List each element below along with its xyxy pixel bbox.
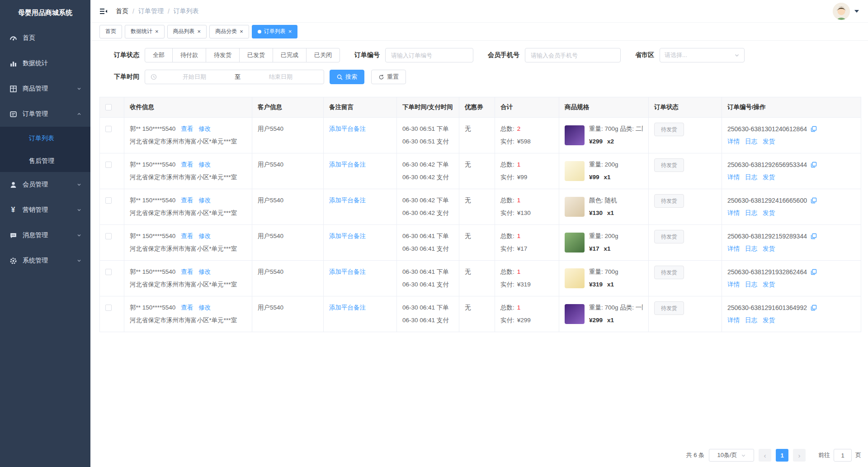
copy-icon[interactable] [811,197,817,204]
ship-link[interactable]: 发货 [763,138,775,145]
close-icon[interactable]: × [240,29,243,34]
row-checkbox[interactable] [105,305,112,311]
tab-product-list[interactable]: 商品列表 × [167,25,207,38]
sidebar-item-products[interactable]: 商品管理 [0,76,90,101]
sidebar-item-members[interactable]: 会员管理 [0,172,90,197]
copy-icon[interactable] [811,126,817,132]
start-date-input[interactable]: 开始日期 [157,73,232,81]
close-icon[interactable]: × [288,29,292,34]
view-link[interactable]: 查看 [181,161,193,168]
user-avatar[interactable] [833,3,850,20]
sidebar-item-home[interactable]: 首页 [0,25,90,51]
detail-link[interactable]: 详情 [727,138,740,145]
page-1-button[interactable]: 1 [776,449,788,462]
detail-link[interactable]: 详情 [727,245,740,252]
sidebar-item-label: 订单管理 [23,110,48,118]
end-date-input[interactable]: 结束日期 [243,73,318,81]
row-checkbox[interactable] [105,162,112,168]
detail-link[interactable]: 详情 [727,174,740,181]
view-link[interactable]: 查看 [181,197,193,204]
add-note-link[interactable]: 添加平台备注 [329,161,366,168]
search-button[interactable]: 搜索 [330,70,364,84]
page-size-select[interactable]: 10条/页 [709,449,754,462]
tab-statistics[interactable]: 数据统计 × [125,25,165,38]
detail-link[interactable]: 详情 [727,317,740,324]
sidebar-item-marketing[interactable]: ¥ 营销管理 [0,197,90,223]
view-link[interactable]: 查看 [181,304,193,311]
status-filter-shipped[interactable]: 已发货 [239,48,273,62]
row-checkbox[interactable] [105,126,112,132]
sidebar-item-order-list[interactable]: 订单列表 [0,127,90,149]
breadcrumb-order-management[interactable]: 订单管理 [138,7,164,15]
log-link[interactable]: 日志 [745,138,757,145]
copy-icon[interactable] [811,233,817,239]
row-checkbox[interactable] [105,269,112,275]
tab-order-list[interactable]: 订单列表 × [252,25,298,38]
view-link[interactable]: 查看 [181,125,193,132]
tab-home[interactable]: 首页 [99,25,122,38]
status-filter-all[interactable]: 全部 [145,48,173,62]
log-link[interactable]: 日志 [745,210,757,216]
ship-link[interactable]: 发货 [763,174,775,181]
sidebar-item-orders[interactable]: 订单管理 [0,101,90,127]
row-checkbox[interactable] [105,233,112,239]
detail-link[interactable]: 详情 [727,210,740,216]
edit-link[interactable]: 修改 [198,161,211,168]
order-no-input[interactable] [385,48,473,62]
log-link[interactable]: 日志 [745,174,757,181]
pay-time: 06-30 06:51 支付 [402,135,453,148]
edit-link[interactable]: 修改 [198,304,211,311]
ship-link[interactable]: 发货 [763,210,775,216]
copy-icon[interactable] [811,162,817,168]
sidebar-item-after-sales[interactable]: 售后管理 [0,149,90,172]
close-icon[interactable]: × [198,29,201,34]
add-note-link[interactable]: 添加平台备注 [329,304,366,311]
view-link[interactable]: 查看 [181,233,193,239]
goto-page-input[interactable] [834,449,852,462]
breadcrumb-home[interactable]: 首页 [116,7,128,15]
add-note-link[interactable]: 添加平台备注 [329,233,366,239]
reset-button[interactable]: 重置 [371,70,406,84]
total-label: 总数: [500,125,514,132]
log-link[interactable]: 日志 [745,317,757,324]
filter-row-1: 订单状态 全部 待付款 待发货 已发货 已完成 已关闭 订单编号 会员手机号 省… [99,48,861,62]
close-icon[interactable]: × [155,29,159,34]
next-page-button[interactable]: › [793,449,806,462]
edit-link[interactable]: 修改 [198,268,211,275]
region-select[interactable]: 请选择... [660,48,745,62]
copy-icon[interactable] [811,269,817,275]
status-badge: 待发货 [654,194,684,208]
select-all-checkbox[interactable] [105,104,112,110]
sidebar-item-label: 系统管理 [23,257,48,265]
sidebar-item-messages[interactable]: 消息管理 [0,223,90,248]
tab-product-category[interactable]: 商品分类 × [209,25,249,38]
row-checkbox[interactable] [105,197,112,204]
top-header: 首页 / 订单管理 / 订单列表 [90,0,868,23]
edit-link[interactable]: 修改 [198,197,211,204]
status-filter-closed[interactable]: 已关闭 [306,48,340,62]
ship-link[interactable]: 发货 [763,245,775,252]
order-number: 250630-6381301240612864 [727,123,807,135]
ship-link[interactable]: 发货 [763,317,775,324]
status-filter-unpaid[interactable]: 待付款 [172,48,206,62]
sidebar-item-system[interactable]: 系统管理 [0,248,90,273]
status-filter-to-ship[interactable]: 待发货 [206,48,240,62]
detail-link[interactable]: 详情 [727,281,740,288]
date-range-picker[interactable]: 开始日期 至 结束日期 [145,70,324,84]
ship-link[interactable]: 发货 [763,281,775,288]
add-note-link[interactable]: 添加平台备注 [329,125,366,132]
log-link[interactable]: 日志 [745,245,757,252]
add-note-link[interactable]: 添加平台备注 [329,197,366,204]
caret-down-icon[interactable] [854,10,859,13]
member-phone-input[interactable] [525,48,621,62]
fold-menu-icon[interactable] [99,8,108,15]
copy-icon[interactable] [811,305,817,311]
log-link[interactable]: 日志 [745,281,757,288]
sidebar-item-statistics[interactable]: 数据统计 [0,51,90,76]
status-filter-completed[interactable]: 已完成 [273,48,307,62]
view-link[interactable]: 查看 [181,268,193,275]
add-note-link[interactable]: 添加平台备注 [329,268,366,275]
edit-link[interactable]: 修改 [198,233,211,239]
edit-link[interactable]: 修改 [198,125,211,132]
prev-page-button[interactable]: ‹ [759,449,771,462]
